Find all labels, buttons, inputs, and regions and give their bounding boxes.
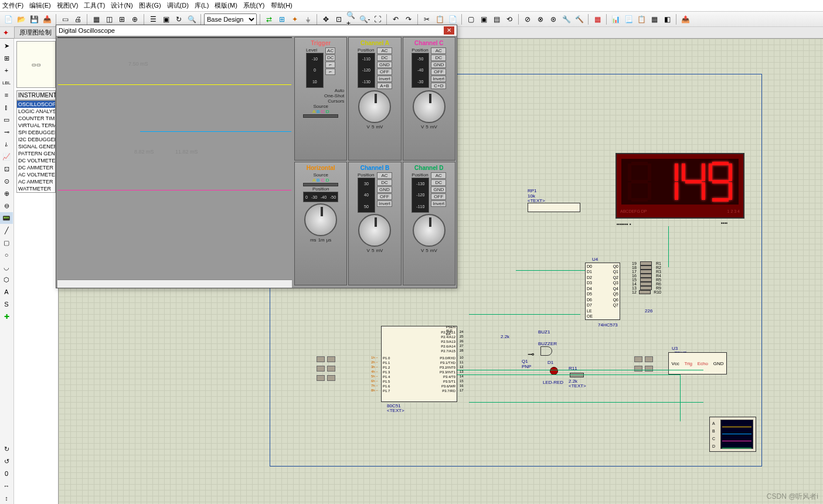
cha-ab[interactable]: A+B	[377, 83, 392, 89]
junction-icon[interactable]: +	[0, 64, 13, 76]
probe-v-icon[interactable]: ⊕	[0, 188, 13, 199]
export-icon[interactable]: 📤	[679, 13, 691, 25]
menu-system[interactable]: 系统(Y)	[243, 1, 265, 10]
menu-library[interactable]: 库(L)	[195, 1, 209, 10]
pcb-icon[interactable]: ▦	[648, 13, 660, 25]
bom-icon[interactable]: 📋	[635, 13, 647, 25]
zoom-in-icon[interactable]: 🔍+	[346, 13, 358, 25]
list-item[interactable]: SPI DEBUGGER	[17, 129, 55, 136]
snap-icon[interactable]: ⊞	[116, 13, 128, 25]
chd-invert[interactable]: Invert	[431, 200, 446, 207]
chc-gnd[interactable]: GND	[431, 62, 446, 68]
circle-icon[interactable]: ○	[0, 249, 13, 261]
hammer-icon[interactable]: 🔨	[573, 13, 585, 25]
list-item[interactable]: WATTMETER	[17, 185, 55, 192]
rotate-icon[interactable]: ⟲	[504, 13, 515, 25]
symbol-icon[interactable]: S	[0, 298, 13, 310]
copy-icon[interactable]: 📋	[434, 13, 445, 25]
report-icon[interactable]: 📃	[623, 13, 634, 25]
chd-dial[interactable]	[413, 214, 445, 247]
print-icon[interactable]: 🖨	[72, 13, 84, 25]
arc-icon[interactable]: ◡	[0, 261, 13, 273]
chd-gnd[interactable]: GND	[431, 186, 446, 193]
select-icon[interactable]: ➤	[0, 40, 13, 52]
scope-titlebar[interactable]: Digital Oscilloscope ✕	[56, 25, 457, 36]
close-icon[interactable]: ✕	[444, 26, 454, 35]
flip-h-icon[interactable]: ↔	[0, 480, 13, 492]
line-icon[interactable]: ╱	[0, 224, 13, 236]
angle-icon[interactable]: 0	[0, 468, 13, 479]
list-item[interactable]: DC VOLTMETER	[17, 157, 55, 164]
trig-source-slider[interactable]	[303, 114, 338, 118]
connect-icon[interactable]: ✦	[289, 13, 301, 25]
menu-template[interactable]: 模版(M)	[215, 1, 237, 10]
chd-dc[interactable]: DC	[431, 179, 446, 186]
list-item[interactable]: PATTERN GENERATOR	[17, 150, 55, 157]
list-item[interactable]: COUNTER TIMER	[17, 115, 55, 122]
transistor[interactable]: ⊸	[528, 349, 535, 359]
import-icon[interactable]: 📥	[41, 13, 53, 25]
trigger-level-slider[interactable]: -10010	[306, 53, 324, 88]
cha-dc[interactable]: DC	[377, 55, 392, 61]
rp1-component[interactable]	[528, 203, 580, 212]
menu-edit[interactable]: 编辑(E)	[29, 1, 51, 10]
rotate-ccw-icon[interactable]: ↺	[0, 455, 13, 467]
led-d1[interactable]	[550, 367, 558, 375]
save-icon[interactable]: 💾	[28, 13, 40, 25]
trig-edge-fall[interactable]: ⌐	[325, 69, 336, 75]
display-icon[interactable]: ▣	[160, 13, 172, 25]
menu-help[interactable]: 帮助(H)	[271, 1, 293, 10]
buzzer[interactable]	[540, 346, 552, 356]
u4-chip[interactable]: D0Q0 D1Q1 D2Q2 D3Q3 D4Q4 D5Q5 D6Q6 D7Q7 …	[585, 263, 620, 320]
chc-position[interactable]: -50-40-30	[412, 53, 429, 88]
zoom-out-icon[interactable]: 🔍-	[359, 13, 370, 25]
menu-chart[interactable]: 图表(G)	[139, 1, 161, 10]
oscilloscope-instrument[interactable]: AB CD	[709, 417, 756, 452]
menu-design[interactable]: 设计(N)	[111, 1, 132, 10]
meas2-icon[interactable]: ⊗	[535, 13, 546, 25]
instruments-list[interactable]: OSCILLOSCOPE LOGIC ANALYSER COUNTER TIME…	[16, 100, 56, 193]
trig-oneshot[interactable]: One-Shot	[297, 93, 344, 98]
trig-edge-rise[interactable]: ⌐	[325, 62, 336, 68]
probe-i-icon[interactable]: ⊖	[0, 200, 13, 212]
chb-gnd[interactable]: GND	[377, 186, 392, 193]
rotate-cw-icon[interactable]: ↻	[0, 443, 13, 455]
cut-icon[interactable]: ✂	[421, 13, 433, 25]
r11[interactable]	[570, 373, 584, 377]
chb-invert[interactable]: Invert	[377, 200, 392, 207]
3d-icon[interactable]: ◧	[661, 13, 673, 25]
marker-icon[interactable]: ✚	[0, 311, 13, 322]
scope-scrollbar[interactable]	[57, 280, 292, 288]
resistor-array[interactable]: 19R1 18R2 17R3 16R4 15R5 14R6 13R9 12R10	[632, 261, 661, 294]
tool-icon[interactable]: 🔧	[560, 13, 572, 25]
chc-dial[interactable]	[413, 90, 445, 123]
graph-icon[interactable]: 📈	[0, 151, 13, 162]
chc-invert[interactable]: Invert	[431, 76, 446, 82]
trig-ac[interactable]: AC	[325, 47, 336, 54]
align-icon[interactable]: ☰	[147, 13, 159, 25]
chb-position[interactable]: 304050	[358, 178, 375, 213]
cha-position[interactable]: -110-120-130	[358, 53, 375, 88]
mcu-chip[interactable]: PSENALEEA P1.0P1.1P1.2P1.3 P1.4P1.5P1.6P…	[381, 326, 457, 402]
label-icon[interactable]: LBL	[0, 77, 13, 88]
seven-segment-display[interactable]: ABCDEFG DP1 2 3 4	[615, 153, 744, 219]
trig-cursors[interactable]: Cursors	[297, 98, 344, 104]
button-group[interactable]	[315, 355, 362, 396]
menu-view[interactable]: 视图(V)	[57, 1, 79, 10]
chc-off[interactable]: OFF	[431, 69, 446, 75]
hor-position[interactable]: 0 -30 -40 -50	[303, 192, 338, 202]
chart-icon[interactable]: 📊	[610, 13, 621, 25]
chd-off[interactable]: OFF	[431, 193, 446, 200]
list-item[interactable]: LOGIC ANALYSER	[17, 108, 55, 115]
hor-dial[interactable]	[304, 203, 337, 236]
chb-dc[interactable]: DC	[377, 179, 392, 186]
cha-ac[interactable]: AC	[377, 47, 392, 54]
cha-invert[interactable]: Invert	[377, 76, 392, 82]
cha-gnd[interactable]: GND	[377, 62, 392, 68]
chc-dc[interactable]: DC	[431, 55, 446, 61]
cha-dial[interactable]	[358, 90, 391, 123]
zoom-all-icon[interactable]: ⛶	[372, 13, 383, 25]
region-icon[interactable]: ▭	[59, 13, 71, 25]
new-icon[interactable]: 📄	[2, 13, 14, 25]
meas3-icon[interactable]: ⊛	[547, 13, 559, 25]
